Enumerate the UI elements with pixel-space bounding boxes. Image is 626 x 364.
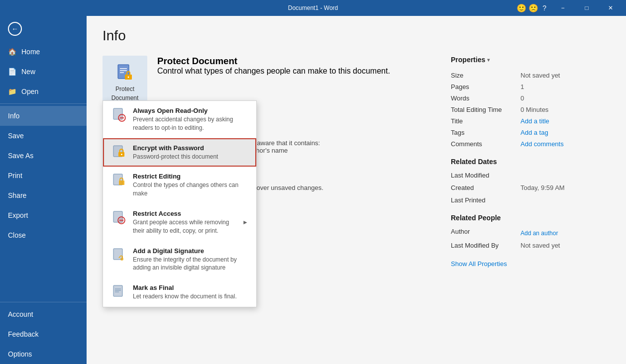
related-people-section: Related People Author Add an author Last… [451,214,610,249]
always-readonly-icon [111,107,127,123]
sidebar-divider-2 [0,302,87,302]
svg-point-6 [128,77,129,78]
related-dates-title: Related Dates [451,158,610,166]
sidebar-item-options[interactable]: Options [0,344,87,364]
prop-pages-label: Pages [451,83,521,91]
prop-editing-time: Total Editing Time 0 Minutes [451,106,610,113]
sidebar-item-new[interactable]: 📄 New [0,62,87,82]
sidebar-item-account[interactable]: Account [0,304,87,324]
sidebar-item-export[interactable]: Export [0,205,87,225]
sidebar-item-save-label: Save [8,132,24,140]
menu-item-mark-final[interactable]: Mark as Final Let readers know the docum… [103,278,256,307]
menu-item-digital-signature[interactable]: Add a Digital Signature Ensure the integ… [103,241,256,278]
svg-point-15 [121,154,122,155]
prop-comments: Comments Add comments [451,140,610,148]
svg-point-26 [120,258,123,261]
restrict-access-desc: Grant people access while removing their… [133,218,236,235]
mark-final-text: Mark as Final Let readers know the docum… [133,284,237,301]
sidebar: ← 🏠 Home 📄 New 📁 Open Info Save [0,16,87,364]
sidebar-item-saveas[interactable]: Save As [0,146,87,166]
prop-last-modified-by-value: Not saved yet [521,242,560,249]
sidebar-item-info-label: Info [8,112,19,120]
prop-last-modified-label: Last Modified [451,172,521,179]
sidebar-bottom: Account Feedback Options [0,300,87,364]
main-content: Info [87,16,626,364]
prop-last-modified-by: Last Modified By Not saved yet [451,242,610,249]
protect-title: Protect Document [157,56,390,67]
prop-size: Size Not saved yet [451,72,610,79]
sidebar-item-share[interactable]: Share [0,185,87,205]
sidebar-item-info[interactable]: Info [0,106,87,126]
prop-words-label: Words [451,94,521,102]
prop-pages: Pages 1 [451,83,610,91]
show-all-properties-link[interactable]: Show All Properties [451,260,507,268]
prop-title-value[interactable]: Add a title [521,117,549,125]
open-icon: 📁 [8,88,16,95]
encrypt-password-icon [111,144,127,160]
sidebar-item-home[interactable]: 🏠 Home [0,42,87,62]
sidebar-item-open[interactable]: 📁 Open [0,82,87,101]
protect-dropdown-menu: Always Open Read-Only Prevent accidental… [103,100,257,307]
back-icon: ← [8,22,22,36]
encrypt-password-label: Encrypt with Password [133,144,218,152]
menu-item-restrict-editing[interactable]: Restrict Editing Control the types of ch… [103,167,256,204]
svg-rect-18 [119,181,124,185]
help-icon[interactable]: ? [542,4,546,12]
prop-created-label: Created [451,184,521,191]
prop-last-printed-label: Last Printed [451,196,521,204]
menu-item-restrict-access[interactable]: Restrict Access Grant people access whil… [103,204,256,241]
encrypt-password-text: Encrypt with Password Password-protect t… [133,144,218,161]
sidebar-divider-1 [0,103,87,104]
mark-final-label: Mark as Final [133,284,237,291]
document-lock-icon [116,64,134,82]
prop-last-printed: Last Printed [451,196,610,204]
close-button[interactable]: ✕ [599,0,622,16]
mark-final-desc: Let readers know the document is final. [133,292,237,301]
smiley-icon[interactable]: 🙂 [517,3,526,13]
digital-signature-icon [111,247,127,263]
digital-signature-label: Add a Digital Signature [133,247,248,255]
prop-size-value: Not saved yet [521,72,560,79]
menu-item-always-open-readonly[interactable]: Always Open Read-Only Prevent accidental… [103,101,256,138]
sidebar-item-print-label: Print [8,172,22,180]
protect-description: Control what types of changes people can… [157,67,390,76]
prop-last-modified: Last Modified [451,172,610,179]
prop-size-label: Size [451,72,521,79]
sidebar-item-saveas-label: Save As [8,152,33,160]
related-dates-section: Related Dates Last Modified Created Toda… [451,158,610,204]
properties-panel: Properties ▾ Size Not saved yet Pages 1 [451,56,610,352]
info-main: Protect Document ▾ Protect Document Cont… [103,56,610,352]
back-button[interactable]: ← [0,16,87,42]
app-body: ← 🏠 Home 📄 New 📁 Open Info Save [0,16,626,364]
prop-tags-value[interactable]: Add a tag [521,129,548,136]
restrict-access-text: Restrict Access Grant people access whil… [133,210,236,235]
sidebar-item-close[interactable]: Close [0,225,87,245]
frown-icon[interactable]: 🙁 [528,3,538,13]
prop-tags: Tags Add a tag [451,129,610,136]
properties-rows: Size Not saved yet Pages 1 Words 0 Tot [451,72,610,148]
prop-last-modified-by-label: Last Modified By [451,242,521,249]
sidebar-item-options-label: Options [8,350,32,358]
prop-tags-label: Tags [451,129,521,136]
always-readonly-label: Always Open Read-Only [133,107,248,114]
properties-title: Properties [451,56,485,64]
page-title: Info [103,28,610,44]
menu-item-encrypt-password[interactable]: Encrypt with Password Password-protect t… [103,138,256,167]
sidebar-item-export-label: Export [8,211,28,219]
prop-editing-time-value: 0 Minutes [521,106,548,113]
prop-author-add[interactable]: Add an author [521,230,558,237]
minimize-button[interactable]: − [551,0,574,16]
properties-chevron[interactable]: ▾ [487,57,490,63]
prop-words: Words 0 [451,94,610,102]
new-icon: 📄 [8,68,16,76]
prop-comments-value[interactable]: Add comments [521,140,564,148]
restrict-access-label: Restrict Access [133,210,236,217]
sidebar-item-save[interactable]: Save [0,126,87,146]
sidebar-item-print[interactable]: Print [0,166,87,185]
sidebar-item-share-label: Share [8,191,26,199]
sidebar-item-feedback-label: Feedback [8,330,38,338]
maximize-button[interactable]: □ [575,0,598,16]
sidebar-item-feedback[interactable]: Feedback [0,324,87,344]
title-bar-controls: 🙂 🙁 ? − □ ✕ [517,0,622,16]
prop-pages-value: 1 [521,83,524,91]
